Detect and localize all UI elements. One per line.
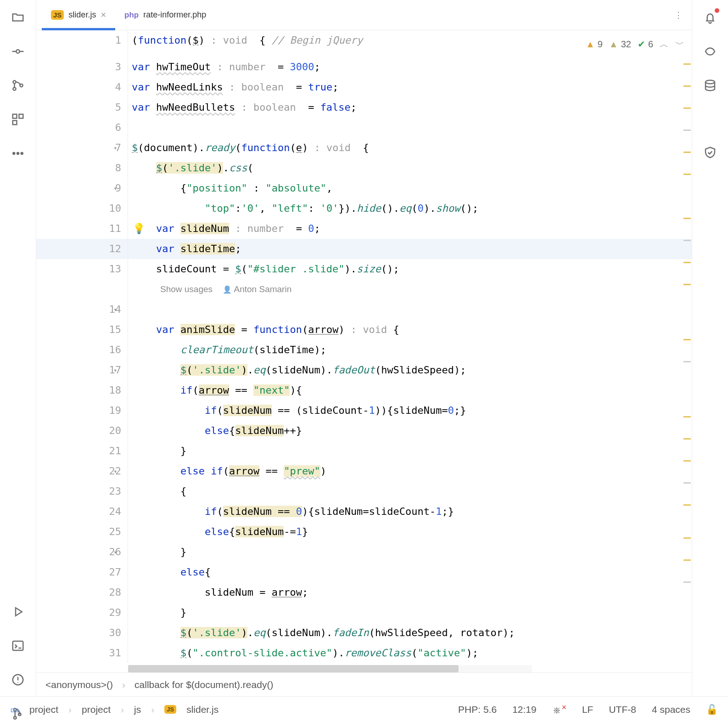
code-row[interactable]: 18 if(arrow == "next"){ (36, 380, 692, 400)
ai-icon[interactable] (702, 43, 718, 60)
error-stripe-mark[interactable] (683, 284, 691, 285)
gutter-line[interactable]: 21 (36, 441, 128, 461)
code-row[interactable]: 22 else if(arrow == "prew") (36, 461, 692, 481)
gutter-line[interactable]: 18 (36, 380, 128, 400)
code-row[interactable]: 29 } (36, 603, 692, 623)
gutter-line[interactable]: 13 (36, 259, 128, 279)
code-row[interactable]: 4var hwNeedLinks : boolean = true; (36, 77, 692, 97)
code-line[interactable] (128, 299, 692, 320)
code-row[interactable]: 28 slideNum = arrow; (36, 582, 692, 603)
error-stripe-mark[interactable] (683, 581, 691, 583)
gutter-line[interactable]: 31 (36, 643, 128, 663)
prev-highlight-icon[interactable]: ︿ (660, 34, 669, 54)
inspection-widget[interactable]: ▲9 ▲32 ✔6 ︿ ﹀ (586, 34, 684, 54)
code-line[interactable]: var slideTime; (128, 239, 692, 259)
gutter-line[interactable]: 26 (36, 542, 128, 562)
code-line[interactable]: { (128, 481, 692, 502)
close-icon[interactable]: × (101, 10, 106, 20)
gutter-line[interactable] (36, 279, 128, 299)
problems-icon[interactable] (10, 671, 26, 688)
code-row[interactable]: 17 $('.slide').eq(slideNum).fadeOut(hwSl… (36, 360, 692, 380)
gutter-line[interactable]: 20 (36, 421, 128, 441)
gutter-line[interactable]: 14 (36, 299, 128, 320)
error-stripe-mark[interactable] (683, 416, 691, 417)
code-line[interactable]: clearTimeout(slideTime); (128, 340, 692, 360)
path-file[interactable]: slider.js (186, 704, 218, 715)
gutter-line[interactable]: 11💡 (36, 219, 128, 239)
gutter-line[interactable]: 16 (36, 340, 128, 360)
error-stripe-mark[interactable] (683, 537, 691, 539)
php-level[interactable]: PHP: 5.6 (458, 704, 497, 715)
code-line[interactable]: var hwNeedBullets : boolean = false; (128, 97, 692, 118)
error-stripe-mark[interactable] (683, 85, 691, 87)
code-line[interactable]: else if(arrow == "prew") (128, 461, 692, 481)
code-line[interactable]: $('.slide').css( (128, 158, 692, 178)
inspection-profile-icon[interactable]: ⛯× (552, 703, 566, 716)
code-row[interactable]: 30 $('.slide').eq(slideNum).fadeIn(hwSli… (36, 623, 692, 643)
code-editor[interactable]: ▲9 ▲32 ✔6 ︿ ﹀ 1 (function($) : void { //… (36, 30, 692, 672)
code-line[interactable]: var hwTimeOut : number = 3000; (128, 57, 692, 77)
caret-position[interactable]: 12:19 (512, 704, 537, 715)
gutter-line[interactable]: 10 (36, 198, 128, 219)
code-line[interactable]: else{slideNum-=1} (128, 522, 692, 542)
code-row[interactable]: 23 { (36, 481, 692, 502)
fold-icon[interactable] (113, 138, 117, 158)
code-row[interactable]: 31 $(".control-slide.active").removeClas… (36, 643, 692, 663)
crumb[interactable]: callback for $(document).ready() (134, 679, 273, 690)
code-row[interactable]: 8 $('.slide').css( (36, 158, 692, 178)
gutter-line[interactable]: 4 (36, 77, 128, 97)
code-line[interactable]: slideCount = $("#slider .slide").size(); (128, 259, 692, 279)
error-stripe-mark[interactable] (683, 559, 691, 561)
code-line[interactable]: $('.slide').eq(slideNum).fadeOut(hwSlide… (128, 360, 692, 380)
show-usages-link[interactable]: Show usages (160, 279, 213, 299)
scrollbar-thumb[interactable] (128, 665, 459, 672)
gutter-line[interactable]: 9 (36, 178, 128, 198)
gutter-line[interactable]: 5 (36, 97, 128, 118)
code-line[interactable]: else{ (128, 562, 692, 582)
path-seg[interactable]: project (82, 704, 111, 715)
code-line[interactable]: if(slideNum == 0){slideNum=slideCount-1;… (128, 502, 692, 522)
code-row[interactable]: 24 if(slideNum == 0){slideNum=slideCount… (36, 502, 692, 522)
error-stripe-mark[interactable] (683, 107, 691, 109)
code-row[interactable]: 21 } (36, 441, 692, 461)
code-row[interactable]: 16 clearTimeout(slideTime); (36, 340, 692, 360)
shield-icon[interactable] (702, 144, 718, 161)
gutter-line[interactable]: 22 (36, 461, 128, 481)
error-stripe-mark[interactable] (683, 361, 691, 362)
code-line[interactable]: var hwNeedLinks : boolean = true; (128, 77, 692, 97)
gutter-line[interactable]: 17 (36, 360, 128, 380)
gutter-line[interactable]: 3 (36, 57, 128, 77)
gutter-line[interactable]: 30 (36, 623, 128, 643)
code-row[interactable]: 10 "top":'0', "left": '0'}).hide().eq(0)… (36, 198, 692, 219)
gutter-line[interactable]: 15 (36, 320, 128, 340)
code-row[interactable]: 27 else{ (36, 562, 692, 582)
code-line[interactable]: } (128, 603, 692, 623)
crumb[interactable]: <anonymous>() (45, 679, 113, 690)
code-line[interactable]: $('.slide').eq(slideNum).fadeIn(hwSlideS… (128, 623, 692, 643)
code-row[interactable]: 5var hwNeedBullets : boolean = false; (36, 97, 692, 118)
gutter-line[interactable]: 12 (36, 239, 128, 259)
code-line[interactable]: slideNum = arrow; (128, 582, 692, 603)
code-line[interactable]: if(arrow == "next"){ (128, 380, 692, 400)
project-icon[interactable] (10, 9, 26, 26)
terminal-icon[interactable] (10, 637, 26, 654)
gutter-line[interactable]: 6 (36, 118, 128, 138)
error-stripe-mark[interactable] (683, 504, 691, 506)
horizontal-scrollbar[interactable] (128, 665, 532, 672)
structure-icon[interactable] (10, 111, 26, 128)
gutter-line[interactable]: 24 (36, 502, 128, 522)
code-row[interactable]: Show usagesAnton Samarin (36, 279, 692, 299)
error-stripe-mark[interactable] (683, 482, 691, 484)
readonly-icon[interactable]: 🔓 (706, 704, 718, 715)
fold-icon[interactable] (113, 299, 117, 320)
error-stripe-mark[interactable] (683, 174, 691, 175)
code-line[interactable]: $(".control-slide.active").removeClass("… (128, 643, 692, 663)
code-row[interactable]: 3var hwTimeOut : number = 3000; (36, 57, 692, 77)
fold-icon[interactable] (113, 178, 117, 198)
error-stripe-mark[interactable] (683, 339, 691, 340)
gutter-line[interactable]: 1 (36, 30, 128, 51)
error-stripe-mark[interactable] (683, 438, 691, 440)
gutter-line[interactable]: 19 (36, 400, 128, 421)
error-stripe-mark[interactable] (683, 460, 691, 462)
code-row[interactable]: 9 {"position" : "absolute", (36, 178, 692, 198)
